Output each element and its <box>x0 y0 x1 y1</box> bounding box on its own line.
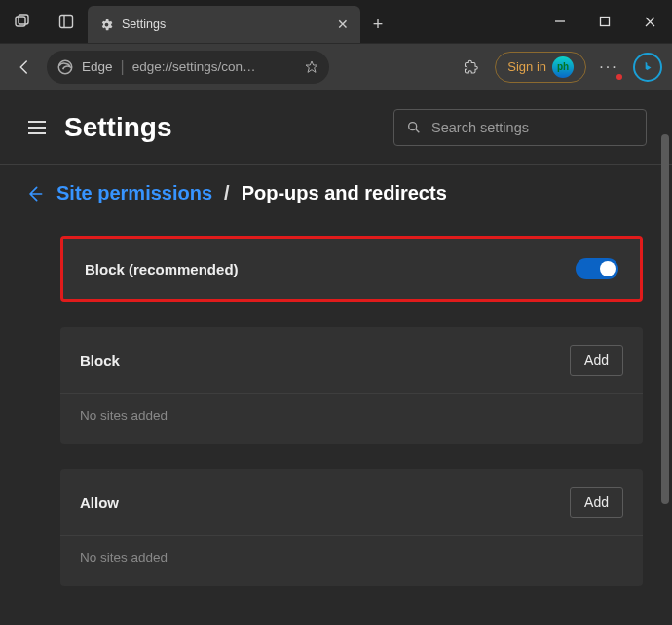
nav-back-button[interactable] <box>8 51 41 84</box>
menu-icon[interactable] <box>25 121 49 134</box>
allow-add-button[interactable]: Add <box>570 487 623 518</box>
breadcrumb-parent-link[interactable]: Site permissions <box>56 182 212 204</box>
scrollbar[interactable] <box>661 129 669 615</box>
svg-rect-5 <box>601 18 610 26</box>
search-icon <box>406 120 422 135</box>
page-title: Settings <box>64 112 378 143</box>
address-bar[interactable]: Edge | edge://settings/con… <box>47 51 329 84</box>
breadcrumb-separator: / <box>224 182 230 204</box>
tab-title: Settings <box>122 18 329 31</box>
minimize-button[interactable] <box>538 0 582 43</box>
svg-rect-2 <box>59 16 72 28</box>
allow-empty-text: No sites added <box>60 536 643 586</box>
browser-toolbar: Edge | edge://settings/con… Sign in ph ·… <box>0 43 672 90</box>
browser-tab[interactable]: Settings ✕ <box>88 6 360 43</box>
window-titlebar: Settings ✕ + <box>0 0 672 43</box>
new-tab-button[interactable]: + <box>360 6 395 43</box>
block-section-title: Block <box>80 352 570 369</box>
svg-point-9 <box>409 123 417 130</box>
block-add-button[interactable]: Add <box>570 345 623 376</box>
vertical-tabs-icon[interactable] <box>44 0 88 43</box>
edge-logo-icon <box>56 58 74 76</box>
allow-list-card: Allow Add No sites added <box>60 469 643 586</box>
block-list-card: Block Add No sites added <box>60 327 643 444</box>
extensions-icon[interactable] <box>456 51 489 84</box>
block-recommended-card: Block (recommended) <box>60 236 643 302</box>
sign-in-button[interactable]: Sign in ph <box>495 52 586 83</box>
address-separator: | <box>121 58 125 76</box>
profile-avatar-icon: ph <box>552 56 574 78</box>
favorite-icon[interactable] <box>304 59 319 75</box>
block-recommended-label: Block (recommended) <box>85 261 576 277</box>
tab-actions-icon[interactable] <box>0 0 44 43</box>
close-window-button[interactable] <box>627 0 672 43</box>
breadcrumb-back-icon[interactable] <box>25 184 45 203</box>
block-recommended-toggle[interactable] <box>576 258 618 279</box>
block-empty-text: No sites added <box>60 394 643 444</box>
address-url-text: edge://settings/con… <box>132 59 296 74</box>
address-source-label: Edge <box>82 59 113 74</box>
svg-line-10 <box>416 129 419 132</box>
settings-page: Settings Site permissions / Pop-ups and … <box>0 90 672 625</box>
allow-section-title: Allow <box>80 495 570 511</box>
gear-icon <box>99 18 114 32</box>
search-input[interactable] <box>431 120 634 135</box>
breadcrumb-current: Pop-ups and redirects <box>242 182 447 204</box>
breadcrumb: Site permissions / Pop-ups and redirects <box>0 165 672 226</box>
settings-header: Settings <box>0 90 672 164</box>
maximize-button[interactable] <box>582 0 627 43</box>
sign-in-label: Sign in <box>507 59 546 74</box>
bing-chat-icon[interactable] <box>631 51 664 84</box>
more-menu-icon[interactable]: ··· <box>592 51 625 84</box>
search-settings-box[interactable] <box>393 109 647 146</box>
window-controls <box>538 0 672 43</box>
close-tab-icon[interactable]: ✕ <box>337 17 349 32</box>
